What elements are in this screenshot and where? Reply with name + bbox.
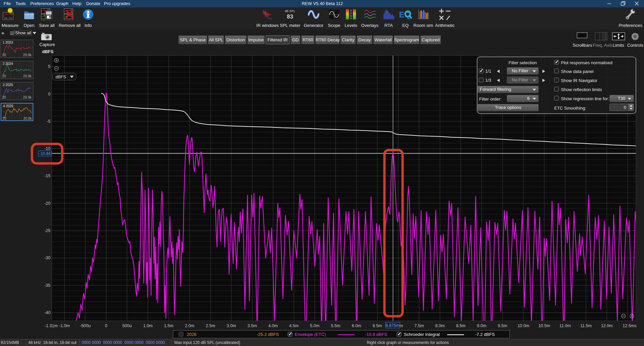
- svg-text:20: 20: [2, 53, 6, 57]
- svg-text:8.0m: 8.0m: [435, 323, 445, 328]
- svg-text:8.5m: 8.5m: [456, 323, 466, 328]
- svg-text:3.5m: 3.5m: [248, 323, 257, 328]
- svg-text:6.0m: 6.0m: [352, 323, 361, 328]
- svg-text:2.5m: 2.5m: [206, 323, 215, 328]
- svg-text:dBFS: dBFS: [56, 75, 66, 79]
- svg-text:20.0k: 20.0k: [24, 117, 32, 120]
- svg-text:20.0k: 20.0k: [23, 53, 32, 57]
- svg-text:1.0m: 1.0m: [143, 323, 153, 328]
- svg-text:6.875m: 6.875m: [386, 323, 400, 328]
- svg-text:20: 20: [2, 95, 6, 99]
- svg-text:2 2024: 2 2024: [3, 62, 13, 66]
- svg-text:9: 9: [350, 17, 352, 20]
- svg-text:4.5m: 4.5m: [289, 323, 299, 328]
- svg-text:12.0m: 12.0m: [601, 323, 613, 328]
- svg-text:4.0m: 4.0m: [269, 323, 278, 328]
- svg-text:0: 0: [105, 323, 107, 328]
- svg-text:500u: 500u: [122, 323, 132, 328]
- svg-text:11.0m: 11.0m: [560, 323, 571, 328]
- svg-text:-1.31m: -1.31m: [45, 323, 58, 328]
- svg-text:9.5m: 9.5m: [498, 323, 507, 328]
- svg-text:20: 20: [2, 74, 6, 78]
- svg-text:-15: -15: [44, 174, 50, 178]
- svg-text:20.0k: 20.0k: [23, 95, 32, 99]
- svg-text:-40: -40: [44, 310, 50, 315]
- svg-text:dB SPL: dB SPL: [285, 9, 295, 13]
- svg-text:10.5m: 10.5m: [538, 323, 550, 328]
- svg-text:3 2025: 3 2025: [3, 83, 13, 87]
- svg-text:1 2023: 1 2023: [3, 41, 13, 44]
- svg-text:2.0m: 2.0m: [185, 323, 194, 328]
- svg-text:10.0m: 10.0m: [517, 323, 529, 328]
- svg-text:4 2026: 4 2026: [3, 104, 13, 108]
- svg-text:11.5m: 11.5m: [580, 323, 592, 328]
- svg-text:-35: -35: [44, 283, 50, 288]
- svg-text:20: 20: [3, 117, 7, 120]
- svg-text:5: 5: [48, 64, 50, 69]
- svg-text:7.5m: 7.5m: [415, 323, 424, 328]
- svg-text:9.0m: 9.0m: [477, 323, 487, 328]
- svg-text:-20: -20: [44, 201, 50, 206]
- svg-text:12.5ms: 12.5ms: [623, 323, 637, 328]
- svg-text:0: 0: [48, 92, 50, 97]
- svg-text:-1.0m: -1.0m: [59, 323, 70, 328]
- svg-text:-25: -25: [44, 228, 50, 233]
- svg-text:20.0k: 20.0k: [23, 74, 32, 78]
- svg-text:-10.84: -10.84: [39, 151, 50, 156]
- svg-text:5.0m: 5.0m: [310, 323, 320, 328]
- svg-text:-10: -10: [44, 146, 50, 151]
- svg-text:3.0m: 3.0m: [227, 323, 236, 328]
- svg-text:6.5m: 6.5m: [373, 323, 382, 328]
- svg-text:-5: -5: [47, 119, 50, 124]
- svg-text:83: 83: [287, 13, 293, 20]
- svg-text:-500u: -500u: [80, 323, 91, 328]
- svg-text:1.5m: 1.5m: [164, 323, 174, 328]
- svg-text:5.5m: 5.5m: [331, 323, 341, 328]
- svg-text:-30: -30: [44, 256, 50, 260]
